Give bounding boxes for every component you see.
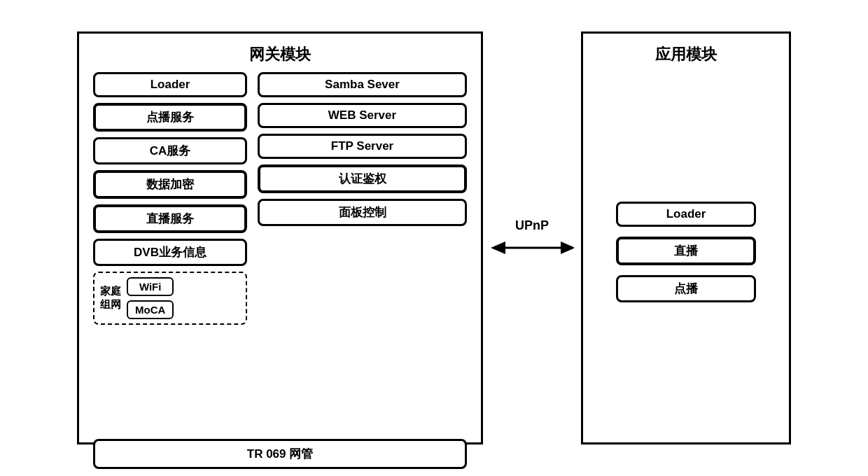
- right-item-1: WEB Server: [258, 103, 467, 128]
- dashed-group-label: 家庭 组网: [100, 285, 121, 312]
- right-item-0: Samba Sever: [258, 72, 467, 97]
- gateway-right: Samba Sever WEB Server FTP Server 认证鉴权 面…: [258, 72, 467, 432]
- dashed-item-0: WiFi: [127, 277, 174, 296]
- arrow-area: UPnP: [483, 218, 581, 258]
- dashed-item-1: MoCA: [127, 300, 174, 319]
- left-item-0: Loader: [93, 72, 247, 97]
- diagram-container: 网关模块 Loader 点播服务 CA服务 数据加密 直播服务 DVB业务信息 …: [49, 21, 819, 455]
- dashed-group-items: WiFi MoCA: [127, 277, 174, 319]
- app-module: 应用模块 Loader 直播 点播: [581, 31, 791, 444]
- left-item-5: DVB业务信息: [93, 239, 247, 266]
- left-item-1: 点播服务: [93, 103, 247, 132]
- right-item-2: FTP Server: [258, 134, 467, 159]
- tr069-row: TR 069 网管: [93, 439, 467, 469]
- right-item-3: 认证鉴权: [258, 164, 467, 193]
- app-inner: Loader 直播 点播: [597, 72, 775, 432]
- dashed-group: 家庭 组网 WiFi MoCA: [93, 272, 247, 325]
- gateway-inner: Loader 点播服务 CA服务 数据加密 直播服务 DVB业务信息 家庭 组网…: [93, 72, 467, 432]
- app-item-1: 直播: [616, 237, 756, 265]
- upnp-label: UPnP: [515, 218, 549, 233]
- gateway-title: 网关模块: [93, 44, 467, 65]
- left-item-4: 直播服务: [93, 204, 247, 233]
- right-item-4: 面板控制: [258, 199, 467, 226]
- upnp-arrow: [490, 237, 574, 258]
- app-item-0: Loader: [616, 202, 756, 227]
- app-title: 应用模块: [597, 44, 775, 65]
- gateway-left: Loader 点播服务 CA服务 数据加密 直播服务 DVB业务信息 家庭 组网…: [93, 72, 247, 432]
- tr069-box: TR 069 网管: [93, 439, 467, 469]
- left-item-3: 数据加密: [93, 170, 247, 199]
- app-item-2: 点播: [616, 275, 756, 302]
- left-item-2: CA服务: [93, 137, 247, 164]
- gateway-module: 网关模块 Loader 点播服务 CA服务 数据加密 直播服务 DVB业务信息 …: [77, 31, 483, 444]
